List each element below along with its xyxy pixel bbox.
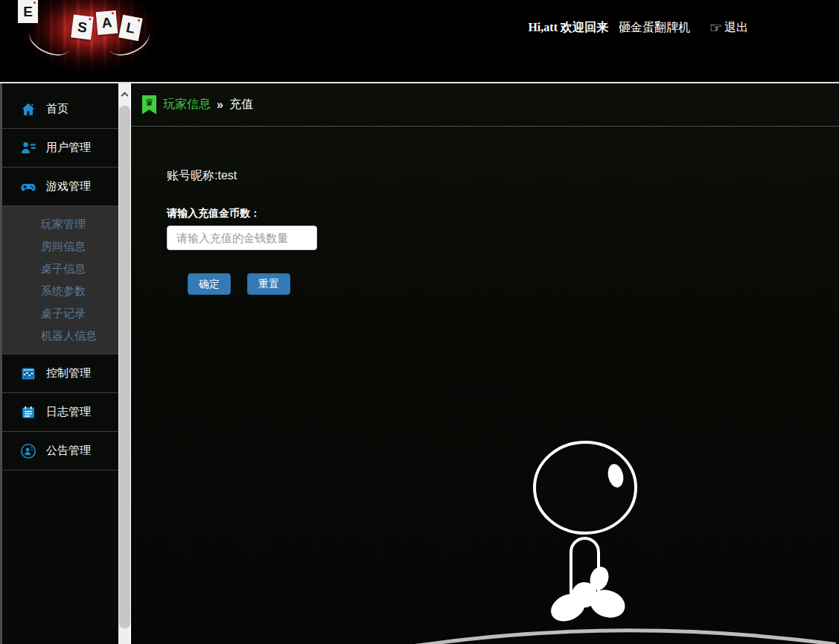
sidebar-subitem-robot-info[interactable]: 机器人信息 xyxy=(2,325,118,347)
form-buttons: 确定 重置 xyxy=(188,273,839,295)
nickname-label: 账号昵称: xyxy=(167,169,217,182)
sidebar-item-log-management[interactable]: 日志管理 xyxy=(2,393,118,432)
section-badge-icon: ♛ xyxy=(142,95,156,115)
breadcrumb: ♛ 玩家信息 » 充值 xyxy=(131,83,839,127)
logout-label: 退出 xyxy=(724,20,748,36)
sidebar-item-label: 控制管理 xyxy=(46,366,91,380)
nickname-value: test xyxy=(217,169,237,182)
sidebar-item-user-management[interactable]: 用户管理 xyxy=(2,129,118,168)
logo-letter: E xyxy=(23,4,33,20)
recharge-amount-input[interactable] xyxy=(167,226,317,250)
breadcrumb-current: 充值 xyxy=(229,97,253,112)
main-layout: 首页 用户管理 游戏管理 玩家管理 房间信息 桌子信息 系统参数 桌子记录 机器… xyxy=(0,82,839,644)
reset-button[interactable]: 重置 xyxy=(247,273,290,295)
hand-icon: ☞ xyxy=(709,19,722,36)
scroll-up-button[interactable] xyxy=(118,83,131,103)
logo-card-s: S xyxy=(71,14,94,39)
sidebar-subitem-table-info[interactable]: 桌子信息 xyxy=(2,258,118,280)
app-name-link[interactable]: 砸金蛋翻牌机 xyxy=(619,20,690,36)
top-header: S A L E Hi,att 欢迎回来 砸金蛋翻牌机 ☞ 退出 xyxy=(0,0,839,82)
sale-logo: S A L E xyxy=(18,0,161,76)
breadcrumb-separator-icon: » xyxy=(217,98,223,112)
breadcrumb-section[interactable]: 玩家信息 xyxy=(163,97,211,112)
main-content-area: ♛ 玩家信息 » 充值 账号昵称:test 请输入充值金币数： 确定 重置 xyxy=(131,83,839,644)
sidebar-nav: 首页 用户管理 游戏管理 玩家管理 房间信息 桌子信息 系统参数 桌子记录 机器… xyxy=(0,83,118,644)
logo-card-e: E xyxy=(18,0,38,23)
amount-label: 请输入充值金币数： xyxy=(167,207,839,220)
sidebar-item-label: 用户管理 xyxy=(46,141,91,155)
recharge-form: 账号昵称:test 请输入充值金币数： 确定 重置 xyxy=(131,127,839,295)
sidebar-item-home[interactable]: 首页 xyxy=(2,90,118,129)
mascot-graphic xyxy=(131,406,836,644)
announcement-icon xyxy=(20,443,36,459)
sidebar-item-label: 日志管理 xyxy=(46,405,91,419)
top-nav: Hi,att 欢迎回来 砸金蛋翻牌机 ☞ 退出 xyxy=(528,19,748,36)
home-icon xyxy=(20,101,36,118)
sidebar-subitem-table-records[interactable]: 桌子记录 xyxy=(2,302,118,325)
sidebar-subitem-room-info[interactable]: 房间信息 xyxy=(2,235,118,258)
logo-letter: S xyxy=(77,19,88,36)
crown-glyph: ♛ xyxy=(145,95,154,109)
game-management-submenu: 玩家管理 房间信息 桌子信息 系统参数 桌子记录 机器人信息 xyxy=(2,206,118,354)
sidebar-item-label: 公告管理 xyxy=(46,444,91,458)
sidebar-item-control-management[interactable]: 控制管理 xyxy=(2,354,118,393)
sidebar-item-label: 首页 xyxy=(46,102,68,116)
sidebar-item-game-management[interactable]: 游戏管理 xyxy=(2,168,118,206)
chevron-up-icon xyxy=(121,92,129,99)
sidebar-subitem-system-params[interactable]: 系统参数 xyxy=(2,280,118,302)
greeting-text: Hi,att 欢迎回来 xyxy=(528,20,608,36)
account-nickname: 账号昵称:test xyxy=(167,168,839,184)
control-sliders-icon xyxy=(20,366,36,382)
logout-link[interactable]: ☞ 退出 xyxy=(709,19,748,36)
users-icon xyxy=(20,140,36,156)
gamepad-icon xyxy=(20,179,36,195)
sidebar-item-label: 游戏管理 xyxy=(46,179,91,194)
sidebar-subitem-player-management[interactable]: 玩家管理 xyxy=(2,213,118,235)
logo-letter: A xyxy=(101,14,113,31)
log-list-icon xyxy=(20,404,36,421)
confirm-button[interactable]: 确定 xyxy=(188,273,231,295)
sidebar-scrollbar[interactable] xyxy=(118,83,131,644)
sidebar-item-announcement-management[interactable]: 公告管理 xyxy=(2,432,118,471)
logo-card-a: A xyxy=(96,10,118,35)
scrollbar-thumb[interactable] xyxy=(119,106,130,628)
